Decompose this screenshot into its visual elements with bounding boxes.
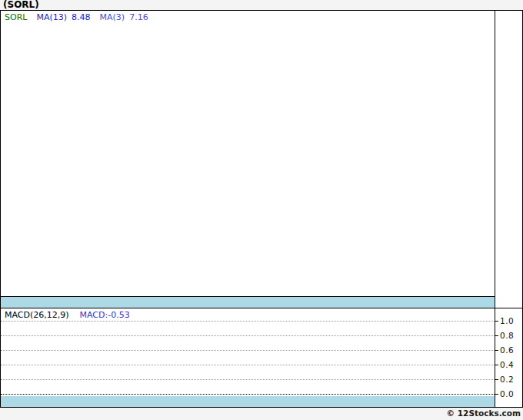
page-title: (SORL) — [3, 0, 39, 10]
macd-axis-label-0.2: 0.2 — [495, 374, 514, 385]
legend-ma3-value: 7.16 — [129, 12, 148, 22]
macd-gridline-0.6 — [1, 350, 495, 351]
macd-legend-value: MACD:-0.53 — [80, 310, 130, 320]
price-panel-legend: SORLMA(13)8.48MA(3)7.16 — [5, 12, 148, 22]
price-panel-bottom-band — [1, 296, 495, 308]
macd-axis-label-0.4: 0.4 — [495, 359, 514, 370]
macd-zero-line — [1, 394, 495, 395]
macd-axis-label-1.0: 1.0 — [495, 315, 514, 326]
plot-area — [1, 11, 495, 407]
legend-ma13-value: 8.48 — [72, 12, 91, 22]
copyright-text: © 12Stocks.com — [447, 408, 521, 418]
macd-panel-bottom-band — [1, 396, 495, 407]
macd-axis-label-0.0: 0.0 — [495, 388, 514, 399]
macd-panel-legend: MACD(26,12,9)MACD:-0.53 — [5, 310, 130, 320]
legend-ma13-label: MA(13) — [36, 12, 67, 22]
macd-gridline-0.4 — [1, 365, 495, 365]
axis-tick — [495, 379, 498, 380]
legend-symbol: SORL — [5, 12, 27, 22]
axis-tick — [495, 350, 498, 351]
axis-tick — [495, 321, 498, 322]
legend-ma3-label: MA(3) — [100, 12, 125, 22]
macd-gridline-1.0 — [1, 321, 495, 322]
axis-tick — [495, 335, 498, 336]
axis-tick — [495, 394, 498, 395]
macd-axis-label-0.8: 0.8 — [495, 330, 514, 341]
macd-legend-label: MACD(26,12,9) — [5, 310, 69, 320]
axis-tick — [495, 365, 498, 365]
macd-axis-label-0.6: 0.6 — [495, 345, 514, 355]
macd-gridline-0.8 — [1, 335, 495, 336]
macd-gridline-0.2 — [1, 379, 495, 380]
macd-panel-divider — [1, 308, 522, 308]
chart-frame: SORLMA(13)8.48MA(3)7.16 MACD(26,12,9)MAC… — [0, 10, 523, 408]
